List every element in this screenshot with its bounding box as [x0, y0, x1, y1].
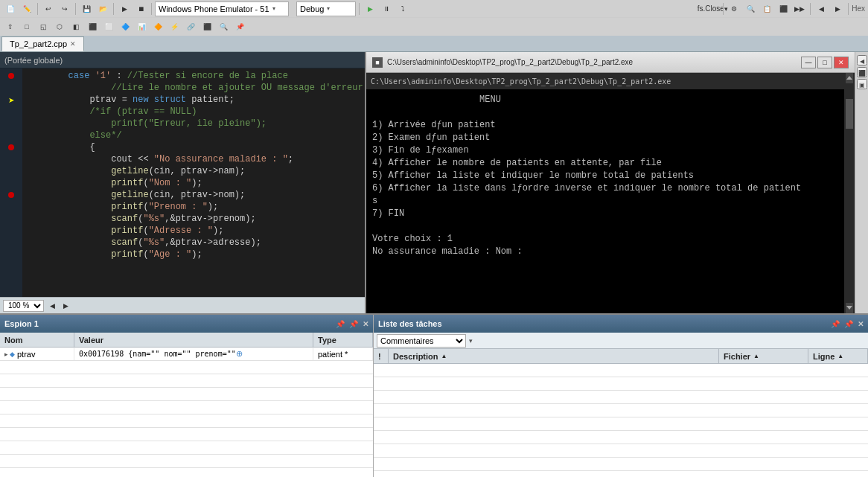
- debug-dropdown[interactable]: Debug ▾: [296, 1, 356, 16]
- scrollbar-thumb[interactable]: [846, 99, 853, 129]
- spy-edit-icon[interactable]: ⊕: [236, 349, 243, 359]
- sep1: [37, 3, 38, 15]
- espion-pin-icon[interactable]: 📌: [336, 320, 345, 328]
- task-row-empty6: [374, 431, 868, 444]
- code-content[interactable]: case '1' : //Tester si encore de la plac…: [22, 68, 365, 297]
- toolbar-extra-btn4[interactable]: ⬛: [776, 2, 791, 16]
- app-window: 📄 ✏️ ↩ ↪ 💾 📂 ▶ ⏹ Windows Phone Emulator …: [0, 0, 868, 477]
- espion-columns: Nom Valeur Type: [0, 333, 373, 348]
- col-description-label: Description: [393, 352, 438, 361]
- toolbar-nav-btn1[interactable]: ◀: [814, 2, 829, 16]
- sep8: [848, 3, 849, 15]
- gutter-8: [0, 153, 22, 165]
- debug-dropdown-label: Debug: [300, 4, 324, 13]
- redo-btn[interactable]: ↪: [57, 2, 72, 16]
- zoom-minus-btn[interactable]: ◀: [47, 301, 57, 311]
- gutter-2: [0, 82, 22, 94]
- toolbar2-btn15[interactable]: 📌: [232, 20, 247, 33]
- col-priority[interactable]: !: [374, 349, 389, 363]
- debug-dropdown-arrow: ▾: [327, 5, 330, 12]
- undo-btn[interactable]: ↩: [41, 2, 56, 16]
- right-btn1[interactable]: ◀: [857, 55, 867, 65]
- menu-edit-btn[interactable]: ✏️: [19, 2, 34, 16]
- open-btn[interactable]: 📂: [95, 2, 110, 16]
- tasks-content: [374, 364, 868, 477]
- espion-titlebar: Espion 1 📌 📌 ✕: [0, 315, 373, 333]
- right-btn2[interactable]: ⬛: [857, 67, 867, 77]
- espion-panel: Espion 1 📌 📌 ✕ Nom Valeur Type: [0, 315, 374, 477]
- toolbar2-btn3[interactable]: ◱: [36, 20, 51, 33]
- col-fichier[interactable]: Fichier ▲: [719, 349, 808, 363]
- toolbar2-btn9[interactable]: 📊: [134, 20, 149, 33]
- col-valeur: Valeur: [74, 333, 313, 347]
- fs-close-dropdown[interactable]: fs.Close ▾: [705, 2, 720, 16]
- spy-row-ptrav[interactable]: ▸ ◆ ptrav 0x00176198 {nam="" nom="" pren…: [0, 348, 373, 361]
- pause-btn[interactable]: ⏸: [379, 2, 394, 16]
- menu-file-btn[interactable]: 📄: [3, 2, 18, 16]
- emulator-dropdown-arrow: ▾: [272, 5, 275, 12]
- espion-close-icon[interactable]: ✕: [363, 320, 368, 328]
- step-btn[interactable]: ⤵: [395, 2, 410, 16]
- minimize-btn[interactable]: —: [801, 57, 816, 68]
- toolbar2-btn4[interactable]: ⬡: [52, 20, 67, 33]
- spy-type-cell: patient *: [313, 348, 373, 360]
- right-btn3[interactable]: ▣: [857, 79, 867, 89]
- gutter-15: [0, 237, 22, 249]
- espion-content: ▸ ◆ ptrav 0x00176198 {nam="" nom="" pren…: [0, 348, 373, 477]
- espion-pin2-icon[interactable]: 📌: [349, 320, 358, 328]
- save-btn[interactable]: 💾: [79, 2, 94, 16]
- gutter-5: [0, 118, 22, 129]
- toolbar2-btn14[interactable]: 🔍: [216, 20, 231, 33]
- col-ligne[interactable]: Ligne ▲: [808, 349, 868, 363]
- toolbar2-btn8[interactable]: 🔷: [118, 20, 133, 33]
- task-row-empty5: [374, 417, 868, 431]
- build-btn[interactable]: ▶: [117, 2, 132, 16]
- col-type: Type: [313, 333, 373, 347]
- toolbar2-btn5[interactable]: ◧: [68, 20, 83, 33]
- console-path-text: C:\Users\admininfo\Desktop\TP2_prog\Tp_2…: [371, 77, 671, 86]
- spy-row-empty1: [0, 361, 373, 374]
- fs-close-label: fs.Close: [698, 4, 724, 13]
- toolbar2-btn12[interactable]: 🔗: [183, 20, 198, 33]
- col-description[interactable]: Description ▲: [389, 349, 719, 363]
- toolbar2-btn1[interactable]: ⇧: [3, 20, 18, 33]
- toolbar-extra-btn3[interactable]: 📋: [759, 2, 774, 16]
- emulator-dropdown[interactable]: Windows Phone Emulator - 51 ▾: [155, 1, 289, 16]
- console-scrollbar[interactable]: [844, 73, 855, 313]
- maximize-btn[interactable]: □: [817, 57, 832, 68]
- console-output[interactable]: MENU 1) Arrivée dƒun patient 2) Examen d…: [366, 89, 844, 313]
- stop-btn[interactable]: ⏹: [133, 2, 148, 16]
- toolbar2-btn6[interactable]: ⬛: [85, 20, 100, 33]
- toolbar2-btn13[interactable]: ⬛: [200, 20, 214, 33]
- zoom-plus-btn[interactable]: ▶: [60, 301, 71, 311]
- close-btn[interactable]: ✕: [834, 57, 849, 68]
- toolbar2-btn11[interactable]: ⚡: [167, 20, 182, 33]
- description-sort-icon: ▲: [441, 353, 447, 359]
- play-btn[interactable]: ▶: [363, 2, 377, 16]
- scrollbar-down-btn[interactable]: [846, 303, 853, 313]
- tasks-pin-icon[interactable]: 📌: [831, 320, 840, 328]
- toolbar-extra-btn5[interactable]: ▶▶: [792, 2, 807, 16]
- toolbar-nav-btn2[interactable]: ▶: [830, 2, 845, 16]
- tasks-filter-select[interactable]: Commentaires Erreurs Avertissements: [377, 334, 466, 348]
- espion-controls: 📌 📌 ✕: [336, 320, 368, 328]
- toolbar2-btn2[interactable]: □: [19, 20, 34, 33]
- tasks-pin2-icon[interactable]: 📌: [844, 320, 853, 328]
- col-priority-label: !: [378, 352, 381, 361]
- zoom-select[interactable]: 100 % 75 % 50 % 150 %: [3, 300, 44, 312]
- expand-icon[interactable]: ▸: [4, 350, 8, 358]
- code-area[interactable]: ➤: [0, 68, 365, 297]
- toolbar2-btn10[interactable]: 🔶: [150, 20, 165, 33]
- toolbar-extra-btn2[interactable]: 🔍: [743, 2, 758, 16]
- sep2: [75, 3, 76, 15]
- toolbar-extra-btn1[interactable]: ⚙: [727, 2, 741, 16]
- tab-tp2part2cpp[interactable]: Tp_2_part2.cpp ✕: [1, 36, 84, 51]
- toolbar-row1: 📄 ✏️ ↩ ↪ 💾 📂 ▶ ⏹ Windows Phone Emulator …: [0, 0, 868, 18]
- tasks-close-icon[interactable]: ✕: [858, 320, 864, 328]
- tab-close-icon[interactable]: ✕: [70, 40, 76, 48]
- spy-row-empty2: [0, 374, 373, 388]
- gutter-7: [0, 141, 22, 153]
- toolbar2-btn7[interactable]: ⬜: [101, 20, 116, 33]
- spy-row-empty8: [0, 455, 373, 468]
- scrollbar-up-btn[interactable]: [846, 73, 853, 83]
